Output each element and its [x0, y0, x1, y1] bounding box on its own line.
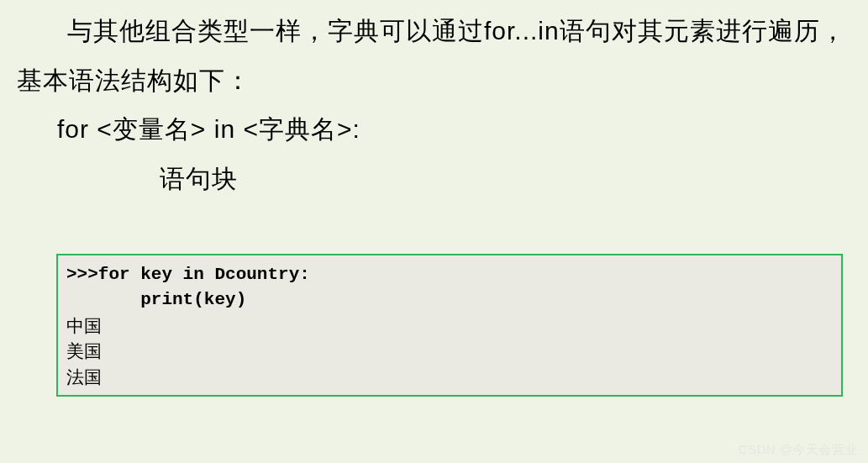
code-output-1: 中国 [66, 313, 833, 339]
code-output-2: 美国 [66, 339, 833, 364]
intro-paragraph: 与其他组合类型一样，字典可以通过for...in语句对其元素进行遍历，基本语法结… [17, 7, 851, 105]
code-line-1: >>>for key in Dcountry: [66, 262, 833, 287]
code-output-3: 法国 [66, 365, 833, 390]
syntax-body-line: 语句块 [17, 155, 851, 204]
watermark-text: CSDN @今天会营业 [739, 442, 858, 458]
code-line-2: print(key) [66, 287, 833, 313]
code-example-box: >>>for key in Dcountry: print(key) 中国 美国… [56, 254, 843, 397]
syntax-for-line: for <变量名> in <字典名>: [17, 105, 851, 155]
